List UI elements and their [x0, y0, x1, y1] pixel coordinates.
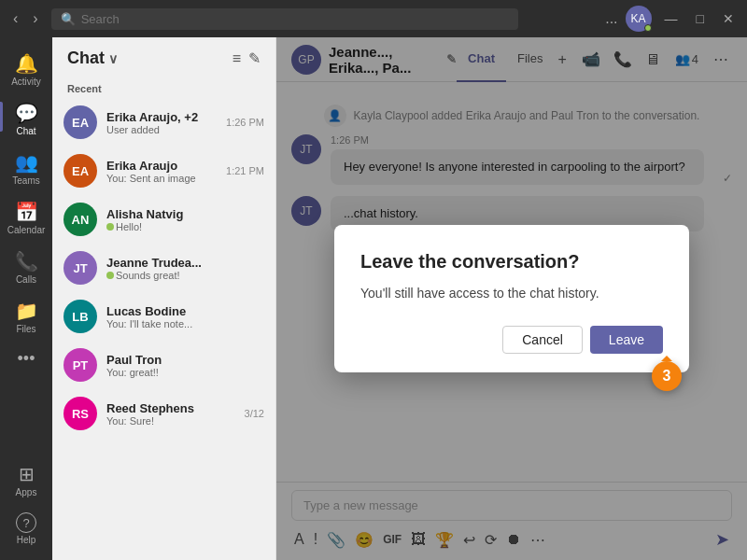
- list-item[interactable]: LB Lucas Bodine You: I'll take note...: [52, 292, 275, 341]
- help-icon: ?: [16, 512, 36, 533]
- sidebar-item-activity[interactable]: 🔔 Activity: [0, 45, 52, 94]
- main-layout: 🔔 Activity 💬 Chat 👥 Teams 📅 Calendar 📞 C…: [0, 37, 747, 560]
- avatar: EA: [63, 105, 97, 139]
- dialog-title: Leave the conversation?: [360, 251, 663, 273]
- sidebar-item-files[interactable]: 📁 Files: [0, 292, 52, 342]
- more-options-button[interactable]: ...: [605, 10, 617, 27]
- cancel-button[interactable]: Cancel: [502, 326, 583, 354]
- dialog-overlay: Leave the conversation? You'll still hav…: [276, 37, 747, 560]
- avatar: KA: [626, 6, 652, 32]
- title-bar: ‹ › 🔍 ... KA — □ ✕: [0, 0, 747, 37]
- chat-sidebar: Chat ∨ ≡ ✎ Recent EA Erika Araujo, +2 Us…: [52, 37, 276, 560]
- app-container: ‹ › 🔍 ... KA — □ ✕ 🔔 Activity 💬: [0, 0, 747, 560]
- search-icon: 🔍: [61, 12, 76, 26]
- files-icon: 📁: [15, 300, 38, 322]
- minimize-button[interactable]: —: [659, 11, 684, 26]
- calls-icon: 📞: [15, 250, 38, 273]
- recent-label: Recent: [52, 79, 275, 98]
- sidebar-item-help[interactable]: ? Help: [0, 505, 52, 553]
- chat-info: Paul Tron You: great!!: [106, 353, 264, 378]
- chevron-down-icon[interactable]: ∨: [108, 51, 118, 66]
- avatar: LB: [63, 300, 97, 333]
- leave-conversation-dialog: Leave the conversation? You'll still hav…: [334, 225, 689, 372]
- avatar: EA: [63, 154, 97, 188]
- chat-info: Lucas Bodine You: I'll take note...: [106, 304, 264, 329]
- compose-button[interactable]: ✎: [248, 49, 261, 67]
- maximize-button[interactable]: □: [691, 11, 710, 26]
- sidebar-title: Chat ∨: [67, 49, 118, 68]
- list-item[interactable]: JT Jeanne Trudea... Sounds great!: [52, 244, 275, 292]
- more-icon: •••: [18, 349, 35, 369]
- search-bar: 🔍: [51, 8, 518, 30]
- sidebar-item-calls[interactable]: 📞 Calls: [0, 243, 52, 292]
- sidebar-item-calendar[interactable]: 📅 Calendar: [0, 193, 52, 243]
- sidebar-item-teams[interactable]: 👥 Teams: [0, 144, 52, 193]
- calendar-icon: 📅: [15, 201, 38, 223]
- status-dot: [644, 24, 652, 32]
- avatar: AN: [63, 203, 97, 236]
- titlebar-right: ... KA — □ ✕: [605, 6, 740, 32]
- chat-info: Reed Stephens You: Sure!: [106, 401, 235, 427]
- chat-info: Alisha Natvig Hello!: [106, 207, 264, 232]
- activity-icon: 🔔: [15, 52, 38, 75]
- sidebar-header: Chat ∨ ≡ ✎: [52, 37, 275, 79]
- forward-button[interactable]: ›: [27, 8, 43, 29]
- sidebar-item-apps[interactable]: ⊞ Apps: [0, 455, 52, 505]
- chat-icon: 💬: [15, 102, 38, 124]
- step-badge: 3: [652, 361, 682, 391]
- dialog-body: You'll still have access to the chat his…: [360, 284, 663, 303]
- dialog-actions: Cancel Leave: [360, 326, 663, 354]
- chat-list: EA Erika Araujo, +2 User added 1:26 PM E…: [52, 98, 275, 560]
- apps-icon: ⊞: [19, 463, 35, 485]
- list-item[interactable]: EA Erika Araujo You: Sent an image 1:21 …: [52, 147, 275, 195]
- sidebar-item-more[interactable]: •••: [0, 342, 52, 376]
- avatar: RS: [63, 397, 97, 430]
- avatar: JT: [63, 251, 97, 285]
- chat-info: Erika Araujo You: Sent an image: [106, 159, 217, 184]
- avatar: PT: [63, 348, 97, 382]
- main-content: GP Jeanne..., Erika..., Pa... ✎ Chat Fil…: [276, 37, 747, 560]
- back-button[interactable]: ‹: [7, 8, 23, 29]
- list-item[interactable]: EA Erika Araujo, +2 User added 1:26 PM: [52, 98, 275, 147]
- chat-info: Erika Araujo, +2 User added: [106, 110, 217, 135]
- list-item[interactable]: RS Reed Stephens You: Sure! 3/12: [52, 389, 275, 438]
- filter-button[interactable]: ≡: [233, 49, 241, 67]
- leave-button[interactable]: Leave: [590, 326, 663, 354]
- list-item[interactable]: AN Alisha Natvig Hello!: [52, 195, 275, 244]
- nav-buttons: ‹ ›: [7, 8, 44, 29]
- teams-icon: 👥: [15, 151, 38, 174]
- chat-info: Jeanne Trudea... Sounds great!: [106, 256, 264, 281]
- list-item[interactable]: PT Paul Tron You: great!!: [52, 341, 275, 389]
- sidebar-item-chat[interactable]: 💬 Chat: [0, 94, 52, 144]
- left-rail: 🔔 Activity 💬 Chat 👥 Teams 📅 Calendar 📞 C…: [0, 37, 52, 560]
- search-input[interactable]: [81, 12, 509, 26]
- close-button[interactable]: ✕: [717, 11, 740, 26]
- sidebar-actions: ≡ ✎: [233, 49, 261, 67]
